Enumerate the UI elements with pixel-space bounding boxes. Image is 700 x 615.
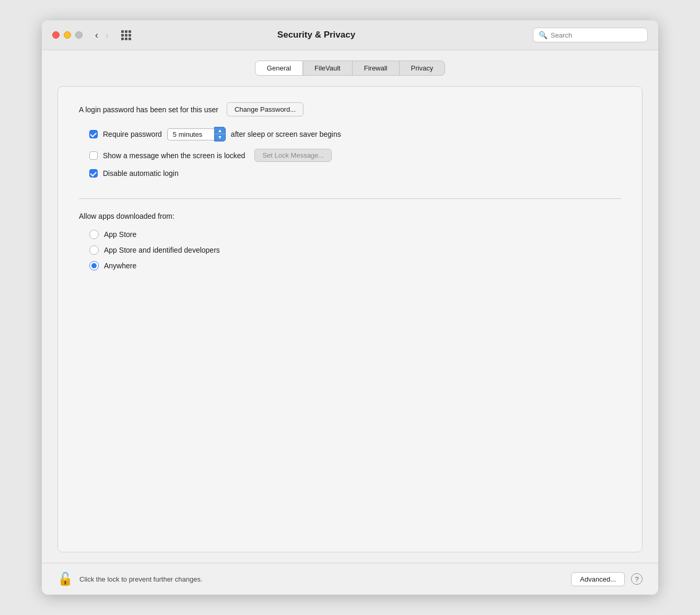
radio-row-app-store: App Store bbox=[89, 230, 621, 239]
back-button[interactable]: ‹ bbox=[93, 29, 100, 41]
password-row: A login password has been set for this u… bbox=[79, 102, 621, 116]
radio-options: App Store App Store and identified devel… bbox=[79, 230, 621, 270]
tab-filevault[interactable]: FileVault bbox=[303, 61, 353, 75]
radio-row-anywhere: Anywhere bbox=[89, 261, 621, 270]
radio-app-store[interactable] bbox=[89, 230, 99, 239]
tab-general[interactable]: General bbox=[255, 61, 303, 75]
tab-privacy[interactable]: Privacy bbox=[400, 61, 445, 75]
show-message-checkbox[interactable] bbox=[89, 151, 98, 160]
require-password-row: Require password 5 minutes ▲ ▼ after sle… bbox=[89, 127, 621, 141]
search-box: 🔍 bbox=[533, 28, 648, 42]
search-icon: 🔍 bbox=[539, 31, 547, 39]
advanced-button[interactable]: Advanced... bbox=[571, 572, 625, 586]
radio-anywhere[interactable] bbox=[89, 261, 99, 270]
tab-segment: General FileVault Firewall Privacy bbox=[255, 61, 445, 76]
password-message: A login password has been set for this u… bbox=[79, 105, 218, 114]
radio-app-store-identified-label: App Store and identified developers bbox=[104, 246, 220, 254]
section-divider bbox=[79, 198, 621, 199]
main-window: ‹ › Security & Privacy 🔍 General FileVau… bbox=[42, 20, 658, 595]
options-section: Require password 5 minutes ▲ ▼ after sle… bbox=[79, 127, 621, 178]
tab-firewall[interactable]: Firewall bbox=[353, 61, 400, 75]
stepper-up-arrow[interactable]: ▲ bbox=[215, 127, 225, 134]
titlebar: ‹ › Security & Privacy 🔍 bbox=[42, 20, 658, 50]
disable-autologin-row: Disable automatic login bbox=[89, 169, 621, 178]
maximize-button[interactable] bbox=[75, 31, 83, 39]
password-timeout-stepper: 5 minutes ▲ ▼ bbox=[167, 127, 226, 141]
allow-apps-section: Allow apps downloaded from: App Store Ap… bbox=[79, 212, 621, 270]
show-message-row: Show a message when the screen is locked… bbox=[89, 149, 621, 162]
change-password-button[interactable]: Change Password... bbox=[227, 102, 304, 116]
stepper-arrows[interactable]: ▲ ▼ bbox=[214, 127, 226, 141]
traffic-lights bbox=[52, 31, 83, 39]
search-input[interactable] bbox=[551, 31, 642, 39]
stepper-down-arrow[interactable]: ▼ bbox=[215, 134, 225, 141]
lock-icon[interactable]: 🔓 bbox=[57, 572, 73, 586]
allow-apps-title: Allow apps downloaded from: bbox=[79, 212, 621, 220]
main-panel: A login password has been set for this u… bbox=[57, 86, 643, 552]
set-lock-message-button[interactable]: Set Lock Message... bbox=[254, 149, 332, 162]
radio-anywhere-label: Anywhere bbox=[104, 262, 136, 270]
stepper-value: 5 minutes bbox=[167, 128, 214, 140]
require-password-checkbox[interactable] bbox=[89, 130, 98, 138]
disable-autologin-checkbox[interactable] bbox=[89, 169, 98, 178]
tab-bar: General FileVault Firewall Privacy bbox=[57, 61, 643, 76]
window-title: Security & Privacy bbox=[106, 30, 527, 40]
lock-text: Click the lock to prevent further change… bbox=[79, 575, 565, 583]
radio-app-store-label: App Store bbox=[104, 230, 136, 239]
password-section: A login password has been set for this u… bbox=[79, 102, 621, 193]
disable-autologin-label: Disable automatic login bbox=[103, 169, 179, 178]
content-area: General FileVault Firewall Privacy A log… bbox=[42, 50, 658, 563]
require-password-label: Require password bbox=[103, 130, 162, 138]
bottom-bar: 🔓 Click the lock to prevent further chan… bbox=[42, 563, 658, 595]
radio-row-app-store-identified: App Store and identified developers bbox=[89, 245, 621, 255]
minimize-button[interactable] bbox=[64, 31, 71, 39]
require-password-suffix: after sleep or screen saver begins bbox=[231, 130, 341, 138]
help-button[interactable]: ? bbox=[631, 573, 643, 585]
close-button[interactable] bbox=[52, 31, 60, 39]
radio-app-store-identified[interactable] bbox=[89, 245, 99, 255]
show-message-label: Show a message when the screen is locked bbox=[103, 151, 245, 160]
